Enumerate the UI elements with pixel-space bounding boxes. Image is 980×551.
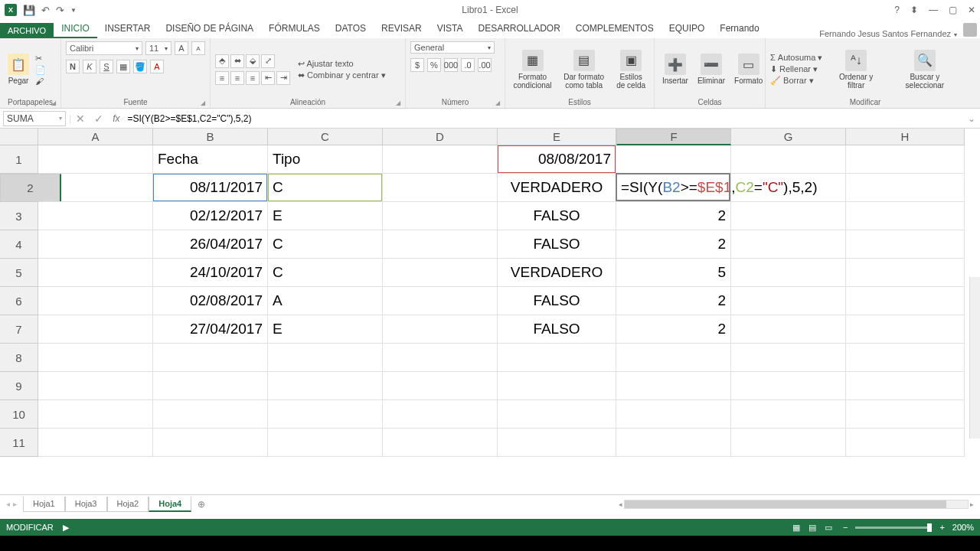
- close-icon[interactable]: ✕: [968, 5, 975, 15]
- zoom-in-icon[interactable]: +: [939, 523, 944, 532]
- cell-A1[interactable]: [38, 145, 153, 174]
- cell-D3[interactable]: [383, 202, 498, 230]
- cell-H5[interactable]: [846, 259, 965, 287]
- zoom-level[interactable]: 200%: [952, 523, 974, 532]
- sort-filter-button[interactable]: ᴬ↓Ordenar y filtrar: [828, 50, 883, 90]
- cancel-formula-icon[interactable]: ✕: [71, 112, 90, 125]
- row-header-4[interactable]: 4: [0, 230, 38, 259]
- macro-record-icon[interactable]: ▶: [63, 523, 69, 533]
- cell-G1[interactable]: [731, 145, 846, 174]
- align-left-icon[interactable]: ≡: [215, 71, 229, 85]
- page-layout-view-icon[interactable]: ▤: [805, 523, 819, 532]
- cell-H1[interactable]: [846, 145, 965, 174]
- cell-H11[interactable]: [846, 429, 965, 457]
- bold-button[interactable]: N: [66, 60, 80, 73]
- tab-fernando[interactable]: Fernando: [712, 20, 766, 38]
- expand-formula-bar-icon[interactable]: ⌄: [963, 113, 980, 124]
- maximize-icon[interactable]: ▢: [949, 5, 957, 15]
- format-as-table-button[interactable]: ▤Dar formato como tabla: [558, 50, 609, 90]
- spreadsheet-grid[interactable]: ABCDEFGH 1234567891011 FechaTipo08/08/20…: [0, 129, 980, 481]
- cell-B3[interactable]: 02/12/2017: [153, 202, 268, 230]
- save-icon[interactable]: 💾: [23, 5, 35, 16]
- cell-A3[interactable]: [38, 202, 153, 230]
- cell-A11[interactable]: [38, 429, 153, 457]
- align-bottom-icon[interactable]: ⬙: [246, 54, 260, 68]
- cell-B4[interactable]: 26/04/2017: [153, 230, 268, 259]
- cell-C1[interactable]: Tipo: [268, 145, 383, 174]
- col-header-C[interactable]: C: [268, 129, 383, 145]
- thousands-icon[interactable]: 000: [444, 58, 458, 72]
- align-top-icon[interactable]: ⬘: [215, 54, 229, 68]
- sheet-tab-hoja1[interactable]: Hoja1: [23, 497, 65, 512]
- autosum-button[interactable]: Σ Autosuma ▾: [770, 53, 822, 63]
- cell-F4[interactable]: 2: [616, 230, 731, 259]
- dialog-launcher-icon[interactable]: ◢: [201, 99, 205, 106]
- cell-G10[interactable]: [731, 400, 846, 429]
- increase-decimal-icon[interactable]: .0: [461, 58, 475, 72]
- align-right-icon[interactable]: ≡: [246, 71, 260, 85]
- cell-B7[interactable]: 27/04/2017: [153, 315, 268, 344]
- copy-icon[interactable]: 📄: [35, 65, 46, 75]
- increase-indent-icon[interactable]: ⇥: [276, 71, 290, 85]
- qat-dropdown-icon[interactable]: ▼: [70, 7, 77, 14]
- cell-D9[interactable]: [383, 372, 498, 400]
- sheet-nav-last-icon[interactable]: ▸: [13, 500, 17, 508]
- increase-font-icon[interactable]: A: [175, 41, 188, 55]
- cell-B8[interactable]: [153, 344, 268, 372]
- cell-A2[interactable]: [38, 174, 153, 202]
- col-header-F[interactable]: F: [616, 129, 731, 145]
- dialog-launcher-icon[interactable]: ◢: [495, 99, 500, 106]
- page-break-view-icon[interactable]: ▭: [822, 523, 835, 532]
- cell-F2[interactable]: =SI(Y(B2>=$E$1,C2="C"),5,2): [616, 174, 731, 202]
- cell-E4[interactable]: FALSO: [498, 230, 616, 259]
- tab-insertar[interactable]: INSERTAR: [97, 20, 158, 38]
- cell-G8[interactable]: [731, 344, 846, 372]
- minimize-icon[interactable]: —: [929, 5, 938, 15]
- cell-F8[interactable]: [616, 344, 731, 372]
- cell-F10[interactable]: [616, 400, 731, 429]
- zoom-slider[interactable]: [855, 527, 932, 529]
- cell-A4[interactable]: [38, 230, 153, 259]
- cell-B9[interactable]: [153, 372, 268, 400]
- cell-B1[interactable]: Fecha: [153, 145, 268, 174]
- tab-vista[interactable]: VISTA: [430, 20, 471, 38]
- cell-E7[interactable]: FALSO: [498, 315, 616, 344]
- cell-B6[interactable]: 02/08/2017: [153, 287, 268, 315]
- signed-in-user[interactable]: Fernando Jesus Santos Fernandez: [819, 29, 957, 38]
- cell-H4[interactable]: [846, 230, 965, 259]
- cell-F1[interactable]: [616, 145, 731, 174]
- cell-C11[interactable]: [268, 429, 383, 457]
- tab-inicio[interactable]: INICIO: [54, 20, 97, 38]
- cell-D2[interactable]: [383, 174, 498, 202]
- col-header-B[interactable]: B: [153, 129, 268, 145]
- currency-icon[interactable]: $: [410, 58, 424, 72]
- cell-D11[interactable]: [383, 429, 498, 457]
- row-header-6[interactable]: 6: [0, 287, 38, 315]
- cell-H8[interactable]: [846, 344, 965, 372]
- cell-E6[interactable]: FALSO: [498, 287, 616, 315]
- name-box[interactable]: SUMA▾: [3, 111, 66, 126]
- cell-C4[interactable]: C: [268, 230, 383, 259]
- cell-E3[interactable]: FALSO: [498, 202, 616, 230]
- horizontal-scrollbar[interactable]: ◂ ▸: [211, 500, 980, 509]
- undo-icon[interactable]: ↶: [41, 5, 50, 16]
- cell-E5[interactable]: VERDADERO: [498, 259, 616, 287]
- cell-H10[interactable]: [846, 400, 965, 429]
- align-middle-icon[interactable]: ⬌: [230, 54, 244, 68]
- cell-E1[interactable]: 08/08/2017: [498, 145, 616, 174]
- font-size-select[interactable]: 11▾: [145, 41, 172, 55]
- cell-E9[interactable]: [498, 372, 616, 400]
- cell-G6[interactable]: [731, 287, 846, 315]
- redo-icon[interactable]: ↷: [56, 5, 64, 16]
- cell-E10[interactable]: [498, 400, 616, 429]
- dialog-launcher-icon[interactable]: ◢: [396, 99, 400, 106]
- align-center-icon[interactable]: ≡: [230, 71, 244, 85]
- orientation-icon[interactable]: ⤢: [261, 54, 275, 68]
- wrap-text-button[interactable]: ↩ Ajustar texto: [298, 59, 386, 69]
- sheet-tab-hoja3[interactable]: Hoja3: [65, 497, 107, 512]
- cut-icon[interactable]: ✂: [35, 54, 46, 64]
- cell-H3[interactable]: [846, 202, 965, 230]
- cell-H7[interactable]: [846, 315, 965, 344]
- paste-button[interactable]: 📋 Pegar: [5, 54, 32, 85]
- cell-E2[interactable]: VERDADERO: [498, 174, 616, 202]
